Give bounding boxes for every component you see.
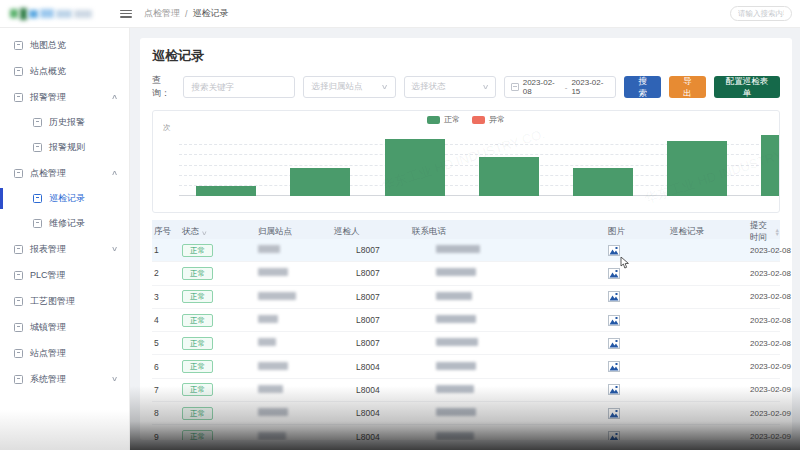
sidebar-item-process-diagram-management[interactable]: 工艺图管理 — [0, 288, 129, 314]
image-thumbnail-icon[interactable] — [608, 268, 668, 279]
breadcrumb-separator: / — [185, 9, 188, 19]
chevron-down-icon: ∨ — [481, 83, 489, 91]
col-inspector: 巡检人 — [332, 226, 410, 238]
cell-station-redacted — [256, 362, 332, 372]
logo-fragment — [74, 10, 92, 18]
global-search-input[interactable] — [730, 6, 792, 21]
main-content: 巡检记录 查询： 选择归属站点 ∨ 选择状态 ∨ 2023-02-08 - 20… — [130, 28, 800, 450]
col-image: 图片 — [606, 226, 668, 238]
normal-swatch — [427, 116, 440, 124]
breadcrumb-current: 巡检记录 — [193, 7, 229, 20]
cell-submit-time: 2023-02-08 08:04:24 — [748, 246, 792, 255]
legend-item-abnormal[interactable]: 异常 — [472, 114, 505, 125]
cell-submit-time: 2023-02-08 09:59:21 — [748, 339, 792, 348]
cell-phone-redacted — [410, 362, 606, 372]
image-thumbnail-icon[interactable] — [608, 431, 668, 440]
cell-image — [606, 291, 668, 302]
sidebar-item-report-management[interactable]: 报表管理 ∨ — [0, 236, 129, 262]
mouse-cursor-icon — [620, 257, 630, 271]
search-button[interactable]: 搜索 — [624, 76, 661, 98]
breadcrumb-parent[interactable]: 点检管理 — [144, 7, 180, 20]
sidebar-item-plc-management[interactable]: PLC管理 — [0, 262, 129, 288]
alarm-rule-icon — [33, 143, 42, 152]
image-thumbnail-icon[interactable] — [608, 361, 668, 372]
cell-phone-redacted — [410, 408, 606, 418]
logo-fragment — [29, 10, 38, 18]
inspection-record-icon — [33, 194, 42, 203]
legend-item-normal[interactable]: 正常 — [427, 114, 460, 125]
image-thumbnail-icon[interactable] — [608, 315, 668, 326]
table-row: 1正常L80072023-02-08 08:04:24 — [152, 239, 780, 262]
cell-inspector: L8007 — [332, 338, 410, 348]
sidebar-item-alarm-rules[interactable]: 报警规则 — [0, 135, 129, 160]
cell-phone-redacted — [410, 315, 606, 325]
cell-image — [606, 384, 668, 395]
cell-submit-time: 2023-02-09 09:32:26 — [748, 409, 792, 418]
sidebar-item-town-management[interactable]: 城镇管理 — [0, 314, 129, 340]
bar-normal — [196, 186, 256, 196]
image-thumbnail-icon[interactable] — [608, 245, 668, 256]
sidebar-item-inspection-management[interactable]: 点检管理 ∧ — [0, 160, 129, 186]
table-row: 4正常L80072023-02-08 09:44:56 — [152, 309, 780, 332]
cell-station-redacted — [256, 245, 332, 255]
chevron-down-icon: ∨ — [111, 375, 118, 383]
cell-image — [606, 361, 668, 372]
table-row: 9正常L80042023-02-09 09:41:26 — [152, 425, 780, 440]
sidebar-item-site-overview[interactable]: 站点概览 — [0, 58, 129, 84]
status-badge: 正常 — [182, 244, 213, 257]
image-thumbnail-icon[interactable] — [608, 338, 668, 349]
bar-normal — [290, 168, 350, 196]
sidebar-collapse-icon[interactable] — [118, 7, 134, 21]
image-thumbnail-icon[interactable] — [608, 408, 668, 419]
cell-image — [606, 268, 668, 279]
status-badge: 正常 — [182, 337, 213, 350]
export-button[interactable]: 导出 — [669, 76, 706, 98]
configure-inspection-form-button[interactable]: 配置巡检表单 — [714, 76, 780, 98]
cell-submit-time: 2023-02-08 09:44:56 — [748, 316, 792, 325]
cell-submit-time: 2023-02-08 08:57:57 — [748, 269, 792, 278]
cell-no: 7 — [152, 385, 180, 395]
cell-inspector: L8007 — [332, 292, 410, 302]
sidebar-item-alarm-management[interactable]: 报警管理 ∧ — [0, 84, 129, 110]
sidebar-item-map-overview[interactable]: 地图总览 — [0, 32, 129, 58]
sidebar-item-station-management[interactable]: 站点管理 — [0, 340, 129, 366]
logo-fragment — [40, 9, 54, 18]
col-status[interactable]: 状态 ∨ — [180, 226, 256, 238]
sidebar-item-history-alarms[interactable]: 历史报警 — [0, 110, 129, 135]
sidebar-item-maintenance-records[interactable]: 维修记录 — [0, 211, 129, 236]
cell-status: 正常 — [180, 267, 256, 280]
chevron-up-icon: ∧ — [111, 93, 118, 101]
sidebar: 地图总览 站点概览 报警管理 ∧ 历史报警 报警规则 点检管理 ∧ 巡检记录 维… — [0, 28, 130, 450]
bar-normal — [573, 168, 633, 196]
sidebar-item-inspection-records[interactable]: 巡检记录 — [0, 186, 129, 211]
status-badge: 正常 — [182, 430, 213, 440]
cell-phone-redacted — [410, 292, 606, 302]
image-thumbnail-icon[interactable] — [608, 384, 668, 395]
table-row: 6正常L80042023-02-09 09:14:00 — [152, 355, 780, 378]
station-select[interactable]: 选择归属站点 ∨ — [303, 76, 395, 98]
cell-inspector: L8004 — [332, 385, 410, 395]
abnormal-swatch — [472, 116, 485, 124]
chevron-down-icon: ∨ — [381, 83, 389, 91]
status-select[interactable]: 选择状态 ∨ — [404, 76, 496, 98]
site-overview-icon — [14, 67, 23, 76]
date-range-picker[interactable]: 2023-02-08 - 2023-02-15 — [504, 76, 617, 98]
keyword-input[interactable] — [183, 76, 295, 98]
cell-no: 5 — [152, 338, 180, 348]
filter-bar: 查询： 选择归属站点 ∨ 选择状态 ∨ 2023-02-08 - 2023-02… — [152, 74, 780, 100]
cell-inspector: L8007 — [332, 245, 410, 255]
col-submit-time[interactable]: 提交时间 ▲▼ — [748, 220, 780, 244]
sort-icon[interactable]: ▲▼ — [775, 228, 780, 236]
status-badge: 正常 — [182, 407, 213, 420]
app-logo — [0, 0, 112, 28]
sidebar-item-system-management[interactable]: 系统管理 ∨ — [0, 366, 129, 392]
cell-status: 正常 — [180, 383, 256, 396]
cell-inspector: L8004 — [332, 432, 410, 440]
table-header: 序号 状态 ∨ 归属站点 巡检人 联系电话 图片 巡检记录 提交时间 ▲▼ — [152, 220, 780, 239]
status-badge: 正常 — [182, 290, 213, 303]
system-icon — [14, 375, 23, 384]
cell-station-redacted — [256, 292, 332, 302]
cell-station-redacted — [256, 268, 332, 278]
cell-station-redacted — [256, 408, 332, 418]
image-thumbnail-icon[interactable] — [608, 291, 668, 302]
